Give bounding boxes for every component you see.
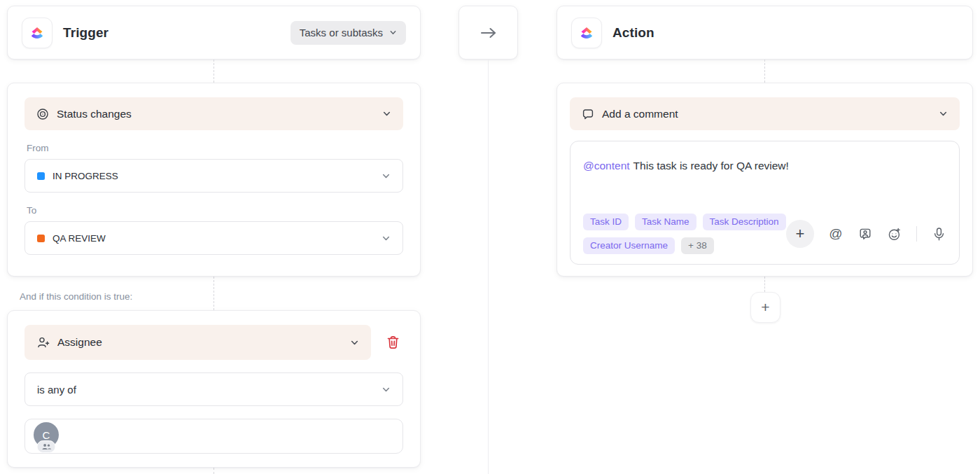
connector-dashed: [764, 60, 765, 83]
condition-card: Assignee is any of: [7, 310, 421, 468]
chevron-down-icon: [939, 109, 948, 118]
column-divider: [488, 60, 489, 474]
automation-canvas: Trigger Tasks or subtasks Status changes…: [0, 0, 980, 474]
condition-field-dropdown[interactable]: Assignee: [24, 325, 371, 360]
tag-creator-username[interactable]: Creator Username: [583, 237, 675, 254]
trigger-scope-dropdown[interactable]: Tasks or subtasks: [290, 21, 406, 45]
condition-operator-dropdown[interactable]: is any of: [24, 372, 403, 406]
connector-dashed: [214, 60, 214, 83]
emoji-add-icon[interactable]: [887, 226, 902, 242]
trash-icon: [386, 335, 400, 350]
status-to-dropdown[interactable]: QA REVIEW: [24, 221, 403, 255]
tag-task-description[interactable]: Task Description: [703, 214, 786, 230]
action-type-dropdown[interactable]: Add a comment: [570, 97, 960, 130]
chevron-down-icon: [350, 338, 359, 347]
comment-editor[interactable]: @contentThis task is ready for QA review…: [570, 141, 960, 265]
condition-operator-value: is any of: [37, 384, 76, 396]
status-color-swatch: [37, 235, 45, 242]
connector-dashed: [214, 468, 214, 474]
person-plus-icon: [36, 336, 50, 349]
from-label: From: [27, 143, 403, 153]
connector-dashed: [214, 277, 214, 310]
trigger-to-action-connector: [458, 6, 518, 60]
clickup-logo: [571, 18, 602, 48]
status-color-swatch: [37, 172, 45, 180]
chevron-down-icon: [382, 172, 391, 181]
chevron-down-icon: [382, 385, 391, 394]
people-group-icon: [37, 440, 56, 453]
mention-icon[interactable]: @: [828, 226, 844, 242]
add-action-button[interactable]: +: [750, 292, 780, 323]
trigger-title: Trigger: [63, 25, 108, 41]
tag-task-name[interactable]: Task Name: [635, 214, 696, 230]
status-from-value: IN PROGRESS: [52, 171, 118, 181]
status-from-dropdown[interactable]: IN PROGRESS: [24, 159, 403, 193]
arrow-right-icon: [479, 27, 498, 39]
trigger-event-dropdown[interactable]: Status changes: [24, 97, 403, 130]
trigger-card: Trigger Tasks or subtasks: [7, 6, 421, 60]
comment-text: @contentThis task is ready for QA review…: [583, 158, 946, 174]
trigger-event-label: Status changes: [57, 108, 132, 120]
editor-toolbar: + @: [786, 220, 946, 248]
chevron-down-icon: [389, 29, 397, 36]
status-to-value: QA REVIEW: [52, 233, 106, 244]
comment-body-text: This task is ready for QA review!: [634, 160, 789, 172]
target-icon: [36, 108, 49, 120]
comment-bubble-icon: [582, 108, 594, 120]
trigger-scope-value: Tasks or subtasks: [300, 27, 383, 39]
dynamic-field-tags: Task ID Task Name Task Description Creat…: [583, 214, 786, 254]
clickup-logo: [22, 18, 52, 48]
assignee-value-field[interactable]: C: [24, 419, 403, 454]
chevron-down-icon: [382, 234, 391, 243]
tag-overflow-count[interactable]: + 38: [681, 237, 714, 254]
connector-dashed: [764, 277, 765, 292]
to-label: To: [27, 205, 403, 216]
mic-icon[interactable]: [931, 226, 946, 242]
insert-field-button[interactable]: +: [786, 220, 814, 248]
action-type-label: Add a comment: [602, 108, 678, 120]
mention-chip: @content: [583, 160, 630, 172]
chevron-down-icon: [382, 109, 391, 118]
tag-task-id[interactable]: Task ID: [583, 214, 629, 230]
trigger-config-card: Status changes From IN PROGRESS To QA RE…: [7, 83, 421, 277]
delete-condition-button[interactable]: [382, 332, 403, 353]
assigned-comment-icon[interactable]: [858, 226, 873, 242]
toolbar-divider: [916, 226, 917, 242]
condition-field-label: Assignee: [57, 336, 102, 349]
condition-intro-label: And if this condition is true:: [20, 291, 132, 302]
action-card: Action: [556, 6, 973, 60]
action-title: Action: [612, 25, 654, 41]
action-config-card: Add a comment @contentThis task is ready…: [556, 83, 973, 277]
